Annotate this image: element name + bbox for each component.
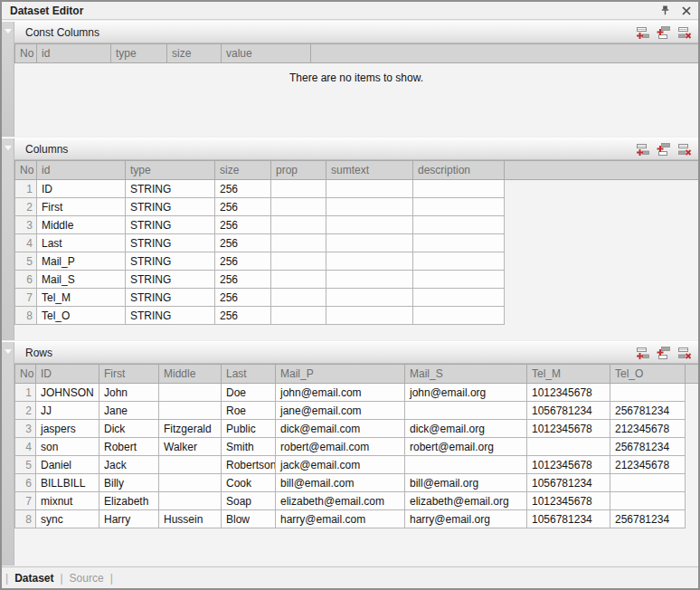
data-cell[interactable]: STRING [126, 307, 215, 325]
data-cell[interactable]: Mail_P [37, 252, 126, 271]
data-cell[interactable]: 256 [215, 180, 271, 198]
data-cell[interactable]: 256 [215, 234, 271, 252]
data-cell[interactable]: mixnut [36, 492, 99, 510]
data-cell[interactable]: Fitzgerald [159, 420, 222, 438]
data-cell[interactable]: jaspers [36, 420, 99, 438]
data-cell[interactable]: robert@email.org [405, 438, 527, 456]
data-cell[interactable]: First [37, 198, 126, 216]
close-button[interactable] [679, 4, 693, 17]
add-row-button[interactable] [635, 346, 651, 360]
column-header-type[interactable]: type [111, 44, 167, 63]
data-cell[interactable]: john@email.com [276, 384, 405, 402]
data-cell[interactable] [271, 271, 326, 289]
data-cell[interactable]: 256 [215, 307, 271, 325]
column-header-id[interactable]: ID [36, 365, 99, 384]
data-cell[interactable]: Mail_S [37, 271, 126, 289]
data-cell[interactable]: harry@email.org [405, 510, 527, 528]
column-header-middle[interactable]: Middle [159, 365, 222, 384]
data-cell[interactable]: Harry [99, 510, 159, 528]
data-cell[interactable]: Elizabeth [99, 492, 159, 510]
row-number-cell[interactable]: 6 [15, 271, 37, 289]
data-cell[interactable] [159, 402, 222, 420]
data-cell[interactable]: 256781234 [610, 438, 686, 456]
data-cell[interactable]: STRING [126, 271, 215, 289]
column-header-mail_p[interactable]: Mail_P [276, 365, 405, 384]
data-cell[interactable]: Public [222, 420, 276, 438]
data-cell[interactable]: JJ [36, 402, 99, 420]
data-cell[interactable]: 256 [215, 252, 271, 271]
data-cell[interactable]: Billy [99, 474, 159, 492]
data-cell[interactable]: STRING [126, 252, 215, 271]
row-number-cell[interactable]: 6 [15, 474, 36, 492]
data-cell[interactable]: Roe [222, 402, 276, 420]
column-header-size[interactable]: size [215, 161, 271, 180]
column-header-first[interactable]: First [99, 365, 159, 384]
columns-collapse-bar[interactable] [2, 138, 14, 340]
column-header-mail_s[interactable]: Mail_S [405, 365, 527, 384]
data-cell[interactable]: bill@email.com [276, 474, 405, 492]
data-cell[interactable]: robert@email.com [276, 438, 405, 456]
data-cell[interactable]: 256 [215, 271, 271, 289]
row-number-cell[interactable]: 4 [15, 438, 36, 456]
data-cell[interactable]: sync [36, 510, 99, 528]
data-cell[interactable] [326, 198, 413, 216]
data-cell[interactable] [413, 271, 505, 289]
data-cell[interactable]: 212345678 [610, 420, 686, 438]
data-cell[interactable] [326, 289, 413, 307]
data-cell[interactable] [413, 252, 505, 271]
data-cell[interactable] [271, 252, 326, 271]
column-header-id[interactable]: id [37, 44, 111, 63]
const-columns-collapse-bar[interactable] [2, 22, 14, 137]
data-cell[interactable] [413, 289, 505, 307]
row-number-cell[interactable]: 5 [15, 456, 36, 474]
data-cell[interactable] [326, 216, 413, 234]
data-cell[interactable]: STRING [126, 234, 215, 252]
data-cell[interactable] [413, 198, 505, 216]
data-cell[interactable]: Jane [99, 402, 159, 420]
const-columns-panel-header[interactable]: Const Columns [14, 22, 698, 43]
data-cell[interactable]: 212345678 [610, 456, 686, 474]
rows-panel-header[interactable]: Rows [14, 342, 698, 364]
delete-row-button[interactable] [676, 346, 693, 360]
row-number-cell[interactable]: 8 [15, 307, 37, 325]
data-cell[interactable]: bill@email.org [405, 474, 527, 492]
data-cell[interactable]: Hussein [159, 510, 222, 528]
data-cell[interactable] [271, 234, 326, 252]
delete-row-button[interactable] [676, 25, 693, 40]
data-cell[interactable] [413, 180, 505, 198]
data-cell[interactable] [271, 307, 326, 325]
data-cell[interactable] [271, 198, 326, 216]
data-cell[interactable]: Last [37, 234, 126, 252]
column-header-prop[interactable]: prop [271, 161, 326, 180]
data-cell[interactable] [405, 402, 527, 420]
tab-source[interactable]: Source [70, 572, 104, 585]
data-cell[interactable] [405, 456, 527, 474]
data-cell[interactable] [271, 289, 326, 307]
data-cell[interactable]: Robertson [222, 456, 276, 474]
data-cell[interactable] [326, 234, 413, 252]
data-cell[interactable] [159, 384, 222, 402]
column-header-id[interactable]: id [37, 161, 126, 180]
rows-collapse-bar[interactable] [2, 342, 14, 566]
data-cell[interactable]: john@email.org [405, 384, 527, 402]
data-cell[interactable]: 256 [215, 216, 271, 234]
data-cell[interactable]: 256 [215, 198, 271, 216]
data-cell[interactable] [413, 234, 505, 252]
data-cell[interactable] [326, 180, 413, 198]
row-number-cell[interactable]: 1 [15, 384, 36, 402]
data-cell[interactable]: Dick [99, 420, 159, 438]
column-header-no[interactable]: No [15, 44, 37, 63]
data-cell[interactable]: Daniel [36, 456, 99, 474]
add-row-button[interactable] [635, 25, 651, 40]
column-header-description[interactable]: description [413, 161, 505, 180]
column-header-no[interactable]: No [15, 161, 37, 180]
data-cell[interactable]: JOHNSON [36, 384, 99, 402]
data-cell[interactable]: harry@email.com [276, 510, 405, 528]
column-header-no[interactable]: No [15, 365, 36, 384]
data-cell[interactable]: 1012345678 [527, 384, 610, 402]
data-cell[interactable]: 256781234 [610, 510, 686, 528]
tab-dataset[interactable]: Dataset [14, 572, 53, 585]
data-cell[interactable]: 256 [215, 289, 271, 307]
pin-button[interactable] [658, 4, 672, 17]
data-cell[interactable]: jane@email.com [276, 402, 405, 420]
